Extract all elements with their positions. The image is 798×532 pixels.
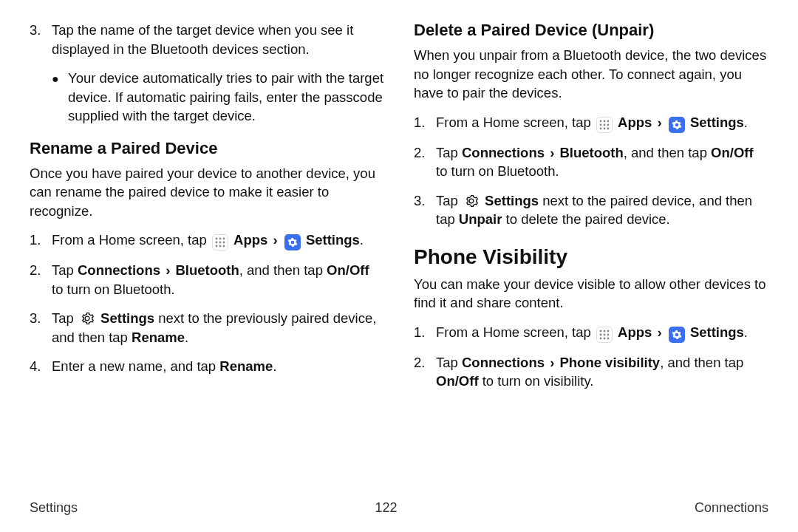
- text-fragment: .: [744, 324, 748, 340]
- heading-rename: Rename a Paired Device: [30, 139, 384, 158]
- step-number: 1.: [30, 231, 52, 250]
- settings-icon: [669, 117, 685, 133]
- svg-point-5: [222, 242, 225, 244]
- svg-point-2: [222, 238, 225, 240]
- step-text: Enter a new name, and tap Rename.: [52, 357, 384, 376]
- svg-point-10: [603, 120, 605, 122]
- bullet-dot: ●: [52, 69, 68, 126]
- bold-bluetooth: Bluetooth: [559, 145, 623, 160]
- text-fragment: From a Home screen, tap: [436, 115, 595, 130]
- pv-intro-para: You can make your device visible to allo…: [414, 275, 768, 313]
- step-text: Tap the name of the target device when y…: [52, 21, 384, 58]
- svg-point-15: [599, 127, 601, 129]
- text-fragment: Tap: [436, 355, 462, 370]
- continued-step-3: 3. Tap the name of the target device whe…: [30, 21, 384, 58]
- step-text: Tap Settings next to the previously pair…: [52, 309, 384, 347]
- text-fragment: , and then tap: [239, 262, 327, 278]
- svg-point-0: [215, 238, 217, 240]
- text-fragment: to turn on visibility.: [479, 373, 594, 389]
- svg-point-3: [215, 242, 217, 244]
- two-column-layout: 3. Tap the name of the target device whe…: [30, 21, 768, 401]
- svg-point-1: [219, 238, 221, 240]
- chevron-icon: ›: [655, 115, 663, 130]
- step-number: 2.: [30, 261, 52, 299]
- footer-right: Connections: [695, 500, 768, 516]
- footer-page-number: 122: [375, 500, 397, 516]
- rename-step-3: 3. Tap Settings next to the previously p…: [30, 309, 384, 347]
- svg-point-19: [603, 330, 605, 332]
- text-fragment: to turn on Bluetooth.: [52, 282, 175, 297]
- text-fragment: .: [744, 115, 748, 130]
- chevron-icon: ›: [164, 262, 171, 278]
- step-number: 3.: [30, 309, 52, 347]
- step-number: 1.: [414, 113, 436, 133]
- text-fragment: Enter a new name, and tap: [52, 358, 219, 374]
- svg-point-22: [603, 333, 605, 335]
- intro-para: Once you have paired your device to anot…: [30, 164, 384, 221]
- svg-point-21: [599, 333, 601, 335]
- apps-label: Apps: [233, 232, 267, 248]
- step-text: From a Home screen, tap Apps › Settings.: [52, 231, 384, 250]
- step-number: 3.: [30, 21, 52, 58]
- text-fragment: to delete the paired device.: [502, 211, 669, 227]
- heading-phone-visibility: Phone Visibility: [414, 245, 768, 269]
- svg-point-20: [607, 330, 609, 332]
- sub-bullet: ● Your device automatically tries to pai…: [52, 69, 384, 126]
- apps-label: Apps: [618, 115, 652, 130]
- left-column: 3. Tap the name of the target device whe…: [30, 21, 384, 401]
- text-fragment: Tap: [436, 193, 462, 208]
- text-fragment: .: [360, 232, 364, 248]
- bullet-text: Your device automatically tries to pair …: [68, 69, 384, 126]
- text-fragment: Tap: [52, 262, 78, 278]
- text-fragment: From a Home screen, tap: [52, 232, 211, 248]
- apps-icon: [596, 117, 613, 133]
- text-fragment: , and then tap: [660, 355, 743, 370]
- delete-step-1: 1. From a Home screen, tap Apps › Settin…: [414, 113, 768, 133]
- delete-step-2: 2. Tap Connections › Bluetooth, and then…: [414, 143, 768, 181]
- bold-onoff: On/Off: [327, 262, 369, 278]
- bold-onoff: On/Off: [436, 373, 479, 389]
- settings-icon: [284, 234, 301, 250]
- svg-point-24: [599, 337, 601, 339]
- rename-step-2: 2. Tap Connections › Bluetooth, and then…: [30, 261, 384, 299]
- chevron-icon: ›: [548, 145, 556, 160]
- bold-connections: Connections: [78, 262, 160, 278]
- settings-label: Settings: [306, 232, 360, 248]
- bold-settings: Settings: [100, 310, 154, 326]
- text-fragment: to turn on Bluetooth.: [436, 163, 559, 179]
- text-fragment: Tap: [52, 310, 78, 326]
- settings-icon: [669, 327, 685, 343]
- bold-phone-visibility: Phone visibility: [559, 355, 660, 370]
- svg-point-13: [603, 123, 605, 126]
- svg-point-14: [607, 123, 609, 126]
- svg-point-18: [599, 330, 601, 332]
- step-text: Tap Connections › Bluetooth, and then ta…: [436, 143, 768, 181]
- svg-point-9: [599, 120, 601, 122]
- apps-label: Apps: [618, 324, 652, 340]
- gear-outline-icon: [463, 193, 480, 209]
- bold-connections: Connections: [462, 145, 545, 160]
- step-text: Tap Settings next to the paired device, …: [436, 191, 768, 229]
- step-number: 2.: [414, 353, 436, 391]
- heading-delete: Delete a Paired Device (Unpair): [414, 21, 768, 40]
- svg-point-16: [603, 127, 605, 129]
- svg-point-17: [607, 127, 609, 129]
- text-fragment: Tap: [436, 145, 462, 160]
- gear-outline-icon: [79, 310, 95, 327]
- svg-point-25: [603, 337, 605, 339]
- text-fragment: From a Home screen, tap: [436, 324, 595, 340]
- svg-point-8: [222, 245, 225, 248]
- svg-point-23: [607, 333, 609, 335]
- bold-settings: Settings: [485, 193, 539, 208]
- intro-para: When you unpair from a Bluetooth device,…: [414, 46, 768, 103]
- right-column: Delete a Paired Device (Unpair) When you…: [414, 21, 768, 401]
- bold-connections: Connections: [462, 355, 545, 370]
- step-number: 1.: [414, 323, 436, 343]
- rename-step-1: 1. From a Home screen, tap Apps › Settin…: [30, 231, 384, 250]
- manual-page: 3. Tap the name of the target device whe…: [0, 0, 798, 532]
- chevron-icon: ›: [655, 324, 663, 340]
- step-text: From a Home screen, tap Apps › Settings.: [436, 113, 768, 133]
- svg-point-12: [599, 123, 601, 126]
- chevron-icon: ›: [548, 355, 556, 370]
- step-text: Tap Connections › Bluetooth, and then ta…: [52, 261, 384, 299]
